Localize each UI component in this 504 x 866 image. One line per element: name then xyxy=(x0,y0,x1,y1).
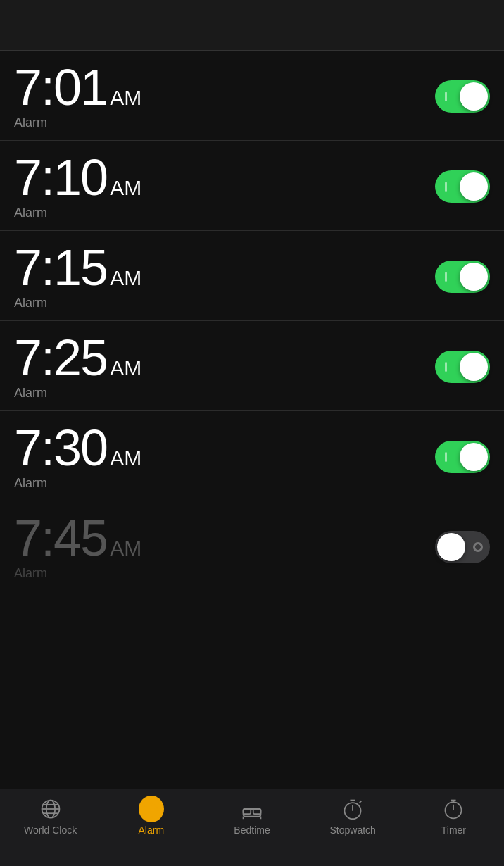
alarm-label: Alarm xyxy=(14,476,141,491)
alarm-time-ampm: AM xyxy=(110,356,141,380)
alarm-item-3[interactable]: 7:15 AM Alarm xyxy=(0,231,504,321)
toggle-indicator xyxy=(445,272,447,282)
bedtime-icon xyxy=(239,796,265,822)
tab-label-bedtime: Bedtime xyxy=(234,824,270,836)
toggle-knob xyxy=(460,353,488,381)
toggle-knob xyxy=(437,533,465,561)
alarm-time-value: 7:15 xyxy=(14,242,107,293)
tab-stopwatch[interactable]: Stopwatch xyxy=(303,796,403,836)
alarm-time-ampm: AM xyxy=(110,86,141,110)
alarm-toggle-5[interactable] xyxy=(435,441,490,473)
tab-label-stopwatch: Stopwatch xyxy=(330,824,376,836)
alarm-label: Alarm xyxy=(14,115,141,130)
alarm-info: 7:45 AM Alarm xyxy=(14,513,141,581)
toggle-knob xyxy=(460,172,488,201)
alarm-time-ampm: AM xyxy=(110,446,141,470)
toggle-indicator xyxy=(445,452,447,462)
alarm-info: 7:15 AM Alarm xyxy=(14,242,141,310)
alarm-label: Alarm xyxy=(14,296,141,310)
alarm-item-1[interactable]: 7:01 AM Alarm xyxy=(0,51,504,141)
svg-line-19 xyxy=(360,801,362,803)
tab-bedtime[interactable]: Bedtime xyxy=(201,796,302,836)
alarm-item-5[interactable]: 7:30 AM Alarm xyxy=(0,411,504,501)
alarm-time-ampm: AM xyxy=(110,266,141,290)
alarm-time: 7:45 AM xyxy=(14,513,141,563)
alarm-toggle-4[interactable] xyxy=(435,351,490,383)
alarm-toggle-3[interactable] xyxy=(435,261,490,293)
alarm-time-ampm: AM xyxy=(110,536,141,560)
toggle-knob xyxy=(460,443,488,471)
alarm-info: 7:25 AM Alarm xyxy=(14,332,141,401)
alarm-label: Alarm xyxy=(14,566,141,581)
tab-alarm[interactable]: Alarm xyxy=(101,796,201,836)
alarm-time-ampm: AM xyxy=(110,176,141,200)
toggle-indicator xyxy=(445,182,447,192)
world-clock-icon xyxy=(38,796,63,822)
alarm-time: 7:30 AM xyxy=(14,422,141,473)
alarm-time: 7:25 AM xyxy=(14,332,141,383)
alarm-time-value: 7:30 xyxy=(14,422,107,473)
toggle-knob xyxy=(460,82,488,111)
app-header xyxy=(0,0,504,51)
alarm-item-2[interactable]: 7:10 AM Alarm xyxy=(0,141,504,231)
alarm-time-value: 7:01 xyxy=(14,62,107,113)
tab-label-timer: Timer xyxy=(441,824,466,836)
stopwatch-icon xyxy=(340,796,365,822)
tab-bar: World Clock Alarm Bedtime Stopwatch xyxy=(0,789,504,866)
tab-world-clock[interactable]: World Clock xyxy=(0,796,101,836)
alarm-time-value: 7:10 xyxy=(14,152,107,203)
alarm-time: 7:01 AM xyxy=(14,62,141,113)
alarm-time-value: 7:45 xyxy=(14,513,107,563)
alarm-item-4[interactable]: 7:25 AM Alarm xyxy=(0,321,504,411)
alarm-label: Alarm xyxy=(14,386,141,401)
alarm-tab-icon xyxy=(139,796,164,822)
alarm-time-value: 7:25 xyxy=(14,332,107,383)
alarm-list: 7:01 AM Alarm 7:10 AM Alarm xyxy=(0,51,504,591)
alarm-info: 7:30 AM Alarm xyxy=(14,422,141,491)
toggle-knob xyxy=(460,263,488,291)
tab-label-world-clock: World Clock xyxy=(24,824,77,836)
toggle-indicator xyxy=(445,92,447,101)
toggle-indicator xyxy=(445,362,447,372)
toggle-indicator xyxy=(473,542,483,552)
svg-rect-11 xyxy=(244,809,261,817)
alarm-toggle-6[interactable] xyxy=(435,531,490,563)
alarm-info: 7:10 AM Alarm xyxy=(14,152,141,220)
timer-icon xyxy=(441,796,466,822)
svg-point-20 xyxy=(446,802,462,818)
alarm-time: 7:10 AM xyxy=(14,152,141,203)
tab-timer[interactable]: Timer xyxy=(403,796,504,836)
alarm-toggle-2[interactable] xyxy=(435,170,490,203)
alarm-label: Alarm xyxy=(14,206,141,220)
alarm-time: 7:15 AM xyxy=(14,242,141,293)
alarm-item-6[interactable]: 7:45 AM Alarm xyxy=(0,501,504,591)
alarm-toggle-1[interactable] xyxy=(435,80,490,113)
alarm-info: 7:01 AM Alarm xyxy=(14,62,141,130)
tab-label-alarm: Alarm xyxy=(139,824,165,836)
